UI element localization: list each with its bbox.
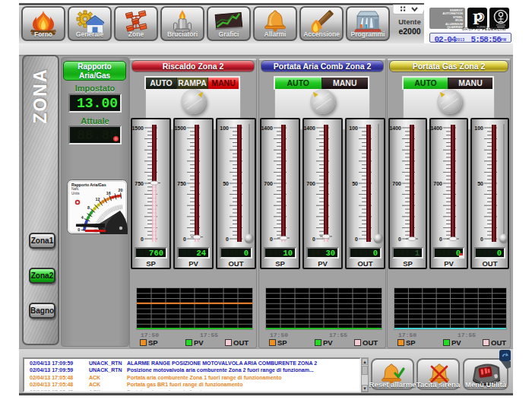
svg-text:100: 100 (349, 125, 358, 131)
svg-text:0: 0 (398, 237, 401, 242)
svg-text:100: 100 (474, 125, 483, 131)
svg-text:1500: 1500 (132, 125, 144, 131)
svg-text:0: 0 (141, 237, 144, 242)
svg-text:20: 20 (119, 188, 123, 192)
svg-text:0: 0 (439, 237, 442, 242)
svg-text:700: 700 (306, 181, 315, 186)
svg-text:0: 0 (355, 237, 358, 242)
svg-text:16: 16 (106, 191, 111, 195)
svg-text:Rapporto Aria/Gas: Rapporto Aria/Gas (71, 183, 106, 187)
svg-text:Units: Units (71, 192, 80, 195)
svg-text:0: 0 (183, 237, 186, 242)
svg-text:0: 0 (270, 237, 273, 242)
svg-text:12: 12 (95, 197, 100, 202)
svg-text:0: 0 (480, 237, 483, 242)
svg-text:50: 50 (477, 181, 483, 186)
svg-text:0: 0 (312, 237, 315, 242)
svg-text:4: 4 (81, 215, 84, 220)
svg-text:50: 50 (223, 181, 229, 186)
svg-text:1400: 1400 (431, 125, 442, 131)
svg-text:700: 700 (433, 181, 442, 186)
svg-text:1400: 1400 (304, 125, 315, 131)
svg-text:700: 700 (392, 181, 401, 186)
svg-text:750: 750 (177, 181, 186, 186)
svg-text:1500: 1500 (175, 125, 186, 131)
svg-text:0: 0 (78, 227, 80, 232)
svg-text:8: 8 (87, 205, 90, 210)
svg-text:100: 100 (220, 125, 229, 131)
svg-text:750: 750 (135, 181, 144, 186)
svg-text:50: 50 (352, 181, 358, 186)
svg-text:0: 0 (226, 237, 229, 242)
svg-text:NaN.: NaN. (71, 187, 79, 191)
svg-text:700: 700 (264, 181, 273, 186)
svg-text:1400: 1400 (261, 125, 273, 131)
svg-text:1400: 1400 (390, 125, 401, 131)
